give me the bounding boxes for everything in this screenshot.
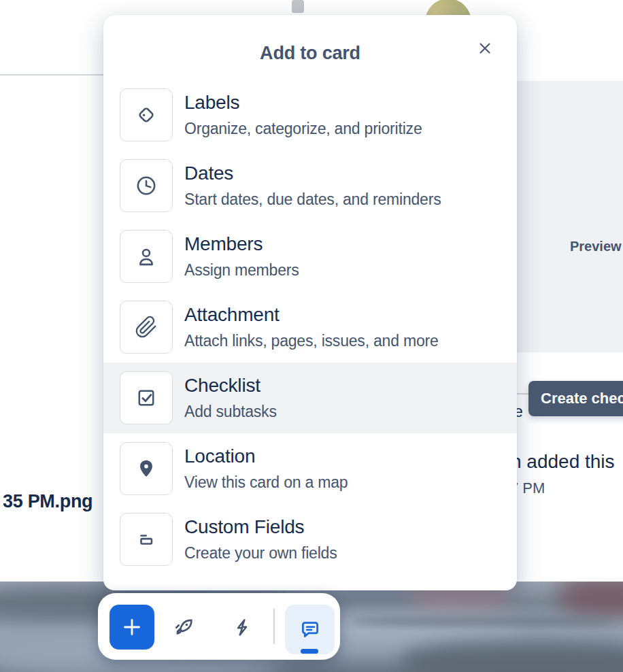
comments-button[interactable] — [285, 605, 335, 654]
item-text: Labels Organize, categorize, and priorit… — [184, 91, 422, 139]
paperclip-icon — [120, 301, 173, 354]
item-members[interactable]: Members Assign members — [103, 221, 517, 292]
item-title: Members — [184, 233, 299, 255]
item-text: Location View this card on a map — [184, 445, 348, 492]
activity-text: n added this — [511, 451, 615, 473]
lightning-icon — [231, 616, 253, 639]
item-text: Checklist Add subtasks — [184, 374, 277, 422]
item-title: Location — [184, 445, 348, 467]
item-title: Custom Fields — [184, 516, 337, 538]
add-to-card-list: Labels Organize, categorize, and priorit… — [103, 80, 517, 575]
close-icon — [476, 39, 494, 57]
item-subtitle: Create your own fields — [184, 543, 337, 563]
item-subtitle: Start dates, due dates, and reminders — [184, 190, 441, 209]
custom-fields-icon — [120, 513, 173, 566]
power-ups-button[interactable] — [161, 605, 206, 650]
person-icon — [120, 230, 173, 283]
item-text: Attachment Attach links, pages, issues, … — [184, 303, 439, 351]
blur-blob — [354, 617, 612, 626]
close-button[interactable] — [475, 38, 495, 58]
attachment-preview-panel — [516, 81, 623, 352]
item-subtitle: Organize, categorize, and prioritize — [184, 119, 422, 139]
page-divider-line — [0, 74, 109, 75]
toolbar-divider — [273, 609, 275, 644]
item-subtitle: View this card on a map — [184, 473, 348, 492]
modal-title: Add to card — [103, 43, 517, 64]
item-text: Custom Fields Create your own fields — [184, 516, 337, 563]
tag-icon — [120, 88, 173, 141]
item-subtitle: Add subtasks — [184, 402, 277, 422]
clock-icon — [120, 159, 173, 212]
checkbox-icon — [120, 371, 173, 424]
item-title: Checklist — [184, 374, 277, 397]
item-title: Attachment — [184, 303, 439, 326]
item-text: Dates Start dates, due dates, and remind… — [184, 162, 441, 209]
automation-button[interactable] — [219, 605, 264, 650]
attachment-filename: 35 PM.png — [3, 491, 92, 512]
plus-icon — [120, 615, 144, 639]
blur-blob — [401, 641, 623, 672]
location-pin-icon — [120, 442, 173, 495]
item-title: Dates — [184, 162, 441, 184]
add-to-card-modal: Add to card Labels Organize, categorize,… — [103, 15, 517, 590]
comment-icon — [297, 617, 323, 643]
background-divider-fragment — [516, 393, 530, 394]
rocket-icon — [172, 616, 196, 639]
item-attachment[interactable]: Attachment Attach links, pages, issues, … — [103, 292, 517, 363]
item-custom-fields[interactable]: Custom Fields Create your own fields — [103, 504, 517, 575]
create-checklist-tooltip: Create checklist — [528, 381, 623, 416]
blur-blob — [558, 582, 623, 616]
screen: 35 PM.png Preview e n added this 7 PM Ad… — [0, 0, 623, 672]
preview-button[interactable]: Preview — [570, 239, 622, 254]
item-text: Members Assign members — [184, 233, 299, 280]
item-checklist[interactable]: Checklist Add subtasks — [103, 363, 517, 433]
item-title: Labels — [184, 91, 422, 114]
item-subtitle: Assign members — [184, 261, 299, 280]
card-action-toolbar — [98, 593, 340, 660]
item-labels[interactable]: Labels Organize, categorize, and priorit… — [103, 80, 517, 150]
item-location[interactable]: Location View this card on a map — [103, 433, 517, 504]
scrollbar-fragment — [292, 0, 304, 13]
add-button[interactable] — [110, 605, 154, 650]
active-tab-indicator — [301, 649, 318, 654]
item-dates[interactable]: Dates Start dates, due dates, and remind… — [103, 150, 517, 221]
item-subtitle: Attach links, pages, issues, and more — [184, 331, 439, 351]
